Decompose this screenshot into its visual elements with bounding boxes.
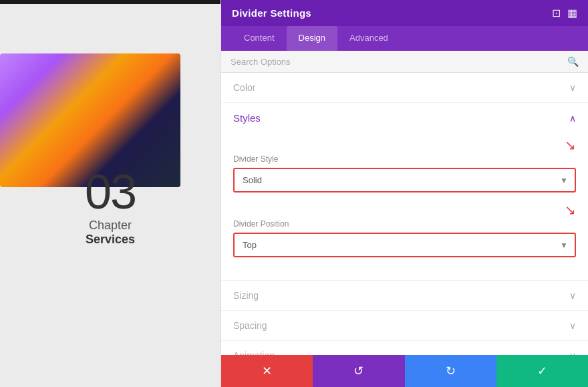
tab-design[interactable]: Design	[287, 26, 337, 51]
divider-style-select[interactable]: Solid Dashed Dotted Double	[235, 169, 575, 191]
search-icon[interactable]: 🔍	[567, 56, 579, 67]
styles-section-title: Styles	[233, 112, 261, 124]
styles-chevron-icon: ∧	[569, 113, 576, 124]
redo-icon: ↻	[446, 364, 456, 378]
styles-section-header[interactable]: Styles ∧	[221, 103, 588, 133]
chapter-sublabel: Services	[86, 233, 135, 247]
settings-header: Divider Settings ⊡ ▦	[221, 0, 588, 26]
undo-icon: ↺	[353, 364, 363, 378]
divider-style-select-wrapper: Solid Dashed Dotted Double ▼	[233, 168, 576, 192]
sizing-chevron-icon: ∨	[569, 290, 576, 301]
spacing-section-header[interactable]: Spacing ∨	[221, 311, 588, 340]
sizing-section-title: Sizing	[233, 290, 259, 301]
undo-button[interactable]: ↺	[313, 355, 404, 387]
spacing-section-title: Spacing	[233, 320, 267, 331]
divider-position-field: Divider Position Top Center Bottom ▼	[233, 219, 576, 257]
save-button[interactable]: ✓	[496, 355, 588, 387]
divider-position-select[interactable]: Top Center Bottom	[235, 234, 575, 256]
cancel-button[interactable]: ✕	[221, 355, 313, 387]
color-section-title: Color	[233, 82, 255, 93]
arrow-indicator-style: ↘	[233, 137, 576, 153]
spacing-chevron-icon: ∨	[569, 320, 576, 331]
redo-button[interactable]: ↻	[405, 355, 496, 387]
tab-content[interactable]: Content	[232, 26, 287, 51]
settings-panel: Divider Settings ⊡ ▦ Content Design Adva…	[220, 0, 588, 387]
spacing-section: Spacing ∨	[221, 311, 588, 341]
settings-content: Color ∨ Styles ∧ ↘ Divider Style Solid	[221, 73, 588, 355]
animation-chevron-icon: ∨	[569, 350, 576, 355]
chapter-label: Chapter	[89, 219, 132, 233]
grid-icon[interactable]: ▦	[567, 7, 577, 19]
cancel-icon: ✕	[262, 364, 272, 378]
chapter-number: 03	[85, 168, 136, 216]
responsive-icon[interactable]: ⊡	[552, 7, 561, 19]
search-placeholder-text: Search Options	[231, 57, 291, 67]
color-section-header[interactable]: Color ∨	[221, 73, 588, 102]
save-icon: ✓	[537, 364, 547, 378]
divider-style-field: Divider Style Solid Dashed Dotted Double…	[233, 154, 576, 192]
animation-section-title: Animation	[233, 350, 275, 355]
styles-content: ↘ Divider Style Solid Dashed Dotted Doub…	[221, 133, 588, 280]
search-bar: Search Options 🔍	[221, 51, 588, 73]
divider-position-label: Divider Position	[233, 219, 576, 229]
divider-style-label: Divider Style	[233, 154, 576, 164]
tab-advanced[interactable]: Advanced	[337, 26, 400, 51]
left-panel: 03 Chapter Services	[0, 0, 220, 387]
settings-title: Divider Settings	[232, 7, 311, 19]
bottom-toolbar: ✕ ↺ ↻ ✓	[221, 355, 588, 387]
color-chevron-icon: ∨	[569, 82, 576, 93]
sizing-section: Sizing ∨	[221, 281, 588, 311]
color-section: Color ∨	[221, 73, 588, 103]
header-icons: ⊡ ▦	[552, 7, 577, 19]
divider-position-select-wrapper: Top Center Bottom ▼	[233, 233, 576, 257]
tabs-bar: Content Design Advanced	[221, 26, 588, 51]
chapter-content: 03 Chapter Services	[85, 168, 136, 247]
animation-section: Animation ∨	[221, 341, 588, 355]
top-bar	[0, 0, 220, 4]
sizing-section-header[interactable]: Sizing ∨	[221, 281, 588, 310]
animation-section-header[interactable]: Animation ∨	[221, 341, 588, 355]
arrow-indicator-position: ↘	[233, 202, 576, 218]
styles-section: Styles ∧ ↘ Divider Style Solid Dashed Do…	[221, 103, 588, 281]
